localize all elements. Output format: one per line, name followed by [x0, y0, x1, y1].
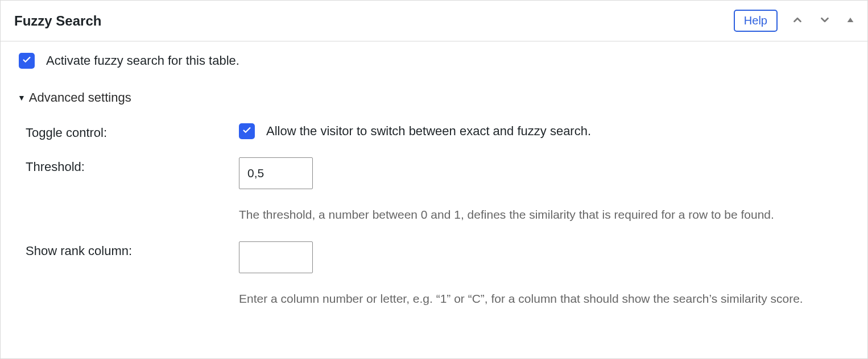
collapse-button[interactable]	[845, 14, 856, 27]
activate-row: Activate fuzzy search for this table.	[18, 53, 854, 69]
advanced-settings-label: Advanced settings	[29, 90, 131, 105]
threshold-help-text: The threshold, a number between 0 and 1,…	[239, 205, 842, 224]
panel-controls: Help	[734, 10, 856, 32]
advanced-settings-content: Toggle control: Allow the visitor to swi…	[18, 123, 854, 308]
threshold-row: Threshold: The threshold, a number betwe…	[26, 157, 854, 224]
threshold-label: Threshold:	[26, 157, 239, 174]
check-icon	[242, 125, 252, 138]
svg-marker-0	[848, 18, 854, 22]
rank-column-input[interactable]	[239, 241, 313, 273]
check-icon	[22, 55, 32, 68]
toggle-control-description: Allow the visitor to switch between exac…	[266, 124, 591, 139]
toggle-control-checkbox[interactable]	[239, 123, 255, 139]
toggle-control-row: Toggle control: Allow the visitor to swi…	[26, 123, 854, 140]
threshold-input[interactable]	[239, 157, 313, 189]
move-up-button[interactable]	[790, 12, 805, 29]
panel-title: Fuzzy Search	[14, 13, 101, 29]
rank-column-label: Show rank column:	[26, 241, 239, 258]
triangle-down-icon: ▼	[18, 93, 26, 102]
toggle-control-label: Toggle control:	[26, 123, 239, 140]
chevron-up-icon	[791, 14, 804, 28]
fuzzy-search-panel: Fuzzy Search Help	[0, 0, 868, 359]
move-down-button[interactable]	[817, 12, 832, 29]
advanced-settings-toggle[interactable]: ▼ Advanced settings	[18, 90, 854, 105]
activate-label: Activate fuzzy search for this table.	[46, 53, 239, 68]
rank-column-row: Show rank column: Enter a column number …	[26, 241, 854, 308]
rank-column-help-text: Enter a column number or letter, e.g. “1…	[239, 289, 842, 308]
chevron-down-icon	[819, 14, 831, 28]
help-button[interactable]: Help	[734, 10, 778, 32]
panel-body: Activate fuzzy search for this table. ▼ …	[1, 41, 867, 322]
panel-header: Fuzzy Search Help	[1, 1, 867, 41]
triangle-up-icon	[846, 15, 855, 26]
activate-checkbox[interactable]	[19, 53, 35, 69]
